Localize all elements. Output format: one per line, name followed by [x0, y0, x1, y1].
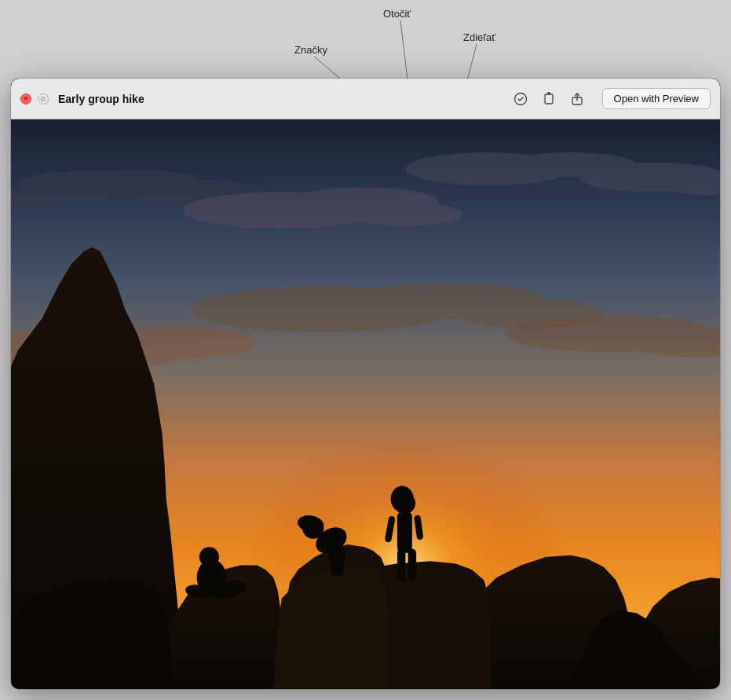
svg-rect-51: [397, 548, 406, 581]
window-title: Early group hike: [58, 93, 502, 105]
photo-container: [11, 119, 720, 689]
svg-point-28: [455, 299, 604, 328]
app-container: Značky Otočiť Zdieľať Early group hike: [0, 0, 731, 700]
svg-rect-46: [397, 511, 412, 553]
open-with-preview-button[interactable]: Open with Preview: [602, 88, 711, 109]
minimize-button[interactable]: [38, 93, 49, 104]
svg-text:Otočiť: Otočiť: [383, 8, 411, 20]
rotate-button[interactable]: [536, 86, 561, 112]
svg-point-6: [514, 93, 526, 104]
svg-rect-7: [545, 94, 553, 104]
share-button[interactable]: [565, 86, 590, 112]
titlebar: Early group hike: [11, 79, 720, 119]
toolbar-icons: [508, 86, 590, 112]
photo-canvas: [11, 119, 720, 689]
traffic-lights: [20, 93, 49, 104]
main-window: Early group hike: [11, 79, 720, 689]
close-button[interactable]: [20, 93, 31, 104]
svg-point-37: [199, 547, 219, 566]
svg-marker-35: [372, 561, 491, 689]
svg-text:Značky: Značky: [294, 44, 327, 56]
svg-rect-52: [408, 548, 417, 581]
svg-text:Zdieľať: Zdieľať: [463, 31, 495, 43]
svg-point-21: [348, 203, 463, 225]
markup-button[interactable]: [508, 86, 533, 112]
svg-line-3: [400, 20, 408, 86]
